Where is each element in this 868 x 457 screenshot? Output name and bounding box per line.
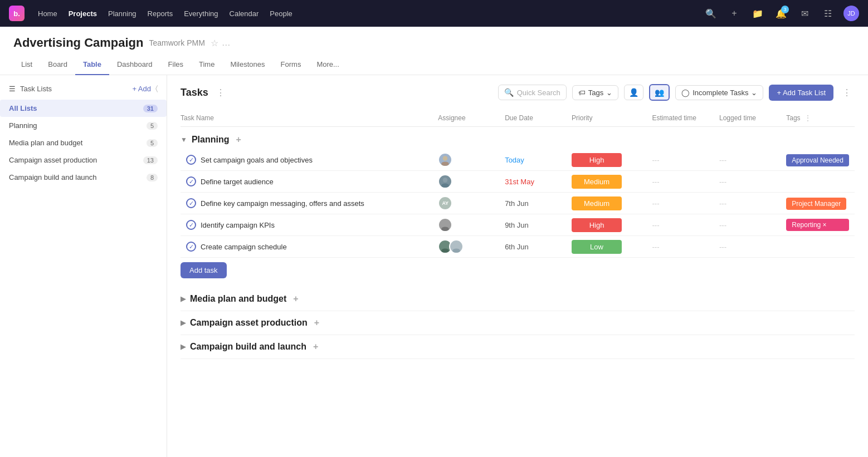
- sidebar-item-media[interactable]: Media plan and budget 5: [0, 134, 167, 151]
- tab-forms[interactable]: Forms: [273, 55, 309, 75]
- tab-milestones[interactable]: Milestones: [222, 55, 272, 75]
- tab-list[interactable]: List: [13, 55, 40, 75]
- task-checkbox[interactable]: ✓: [186, 198, 196, 208]
- sidebar-item-campaign[interactable]: Campaign asset production 13: [0, 151, 167, 169]
- sidebar-title: Task Lists: [20, 85, 52, 93]
- section-name: Campaign asset production: [190, 318, 308, 328]
- task-assignee-cell: [432, 236, 499, 258]
- tag-badge[interactable]: Reporting ×: [786, 219, 849, 231]
- person-icon: 👤: [629, 88, 638, 97]
- tasks-menu-icon[interactable]: ⋮: [216, 87, 225, 98]
- estimated-time: ---: [652, 221, 659, 229]
- svg-point-2: [443, 178, 447, 182]
- app-logo[interactable]: b.: [9, 6, 25, 21]
- tag-badge[interactable]: Project Manager: [786, 198, 846, 210]
- section-add-icon[interactable]: +: [314, 318, 319, 328]
- tab-table[interactable]: Table: [75, 55, 109, 75]
- task-priority-cell: Low: [566, 236, 646, 258]
- task-tags-cell: Reporting ×: [781, 214, 855, 236]
- section-add-icon[interactable]: +: [293, 294, 298, 304]
- sidebar-add-button[interactable]: + Add: [132, 85, 151, 93]
- nav-calendar[interactable]: Calendar: [230, 7, 259, 20]
- tab-board[interactable]: Board: [40, 55, 75, 75]
- bell-icon[interactable]: ✉: [797, 6, 812, 21]
- task-name-cell: ✓ Define key campaign messaging, offers …: [181, 193, 432, 214]
- sidebar-item-count: 31: [143, 105, 158, 112]
- add-task-button[interactable]: Add task: [181, 262, 227, 278]
- tag-badge[interactable]: Approval Needed: [786, 154, 849, 166]
- col-estimated-time: Estimated time: [646, 110, 714, 127]
- task-name: Define target audience: [201, 178, 274, 186]
- task-tags-cell: [781, 171, 855, 193]
- due-date: 6th Jun: [505, 243, 529, 251]
- toolbar-more-button[interactable]: ⋮: [839, 85, 855, 100]
- section-campaign-asset-title[interactable]: ▶ Campaign asset production +: [181, 318, 855, 328]
- section-planning-title: ▼ Planning +: [181, 135, 855, 145]
- search-icon[interactable]: 🔍: [703, 6, 719, 21]
- sidebar-item-all-lists[interactable]: All Lists 31: [0, 100, 167, 117]
- sidebar-item-build[interactable]: Campaign build and launch 8: [0, 169, 167, 186]
- tab-more[interactable]: More...: [309, 55, 347, 75]
- task-priority-cell: High: [566, 149, 646, 171]
- task-checkbox[interactable]: ✓: [186, 220, 196, 230]
- files-icon[interactable]: 📁: [750, 6, 765, 21]
- nav-home[interactable]: Home: [38, 7, 57, 20]
- section-build-row: ▶ Campaign build and launch +: [181, 335, 855, 359]
- section-name: Planning: [192, 135, 230, 145]
- assignee-filter-button[interactable]: 👤: [624, 85, 643, 100]
- task-name-cell: ✓ Set campaign goals and objectives: [181, 149, 432, 171]
- apps-icon[interactable]: ☷: [820, 6, 836, 21]
- task-checkbox[interactable]: ✓: [186, 155, 196, 165]
- avatar: AY: [438, 196, 452, 210]
- section-build-title[interactable]: ▶ Campaign build and launch +: [181, 342, 855, 352]
- main-layout: ☰ Task Lists + Add 〈 All Lists 31 Planni…: [0, 75, 868, 457]
- task-name: Define key campaign messaging, offers an…: [201, 199, 364, 208]
- task-checkbox[interactable]: ✓: [186, 176, 196, 186]
- nav-planning[interactable]: Planning: [108, 7, 136, 20]
- section-media-title[interactable]: ▶ Media plan and budget +: [181, 294, 855, 304]
- svg-point-0: [443, 156, 447, 160]
- task-assignee-cell: AY: [432, 193, 499, 214]
- priority-badge: High: [572, 218, 622, 232]
- tags-filter-button[interactable]: 🏷 Tags ⌄: [572, 85, 618, 100]
- notifications-icon[interactable]: 🔔 3: [773, 6, 789, 21]
- tag-icon: 🏷: [578, 89, 586, 97]
- svg-point-3: [441, 183, 449, 188]
- sidebar-item-planning[interactable]: Planning 5: [0, 117, 167, 134]
- tab-time[interactable]: Time: [191, 55, 222, 75]
- section-add-icon[interactable]: +: [236, 135, 241, 145]
- estimated-time: ---: [652, 243, 659, 251]
- quick-search-box[interactable]: 🔍 Quick Search: [498, 85, 567, 100]
- more-icon[interactable]: …: [222, 38, 231, 48]
- chevron-down-icon: ⌄: [606, 89, 612, 97]
- task-name-cell: ✓ Define target audience: [181, 171, 432, 193]
- nav-everything[interactable]: Everything: [184, 7, 218, 20]
- star-icon[interactable]: ☆: [211, 38, 218, 48]
- col-info-icon[interactable]: ⋮: [804, 114, 811, 122]
- sidebar-item-label: Planning: [9, 121, 37, 130]
- tab-dashboard[interactable]: Dashboard: [109, 55, 160, 75]
- nav-people[interactable]: People: [270, 7, 292, 20]
- user-avatar[interactable]: JD: [843, 6, 859, 21]
- add-icon[interactable]: +: [726, 6, 742, 21]
- add-task-list-button[interactable]: + Add Task List: [769, 85, 833, 101]
- task-name-cell: ✓ Identify campaign KPIs: [181, 214, 432, 236]
- task-due-cell: 6th Jun: [499, 236, 566, 258]
- priority-badge: Low: [572, 240, 622, 254]
- section-expand-icon[interactable]: ▼: [181, 136, 187, 144]
- nav-projects[interactable]: Projects: [69, 7, 97, 20]
- table-row: ✓ Identify campaign KPIs 9th Jun High --…: [181, 214, 855, 236]
- col-logged-time: Logged time: [714, 110, 781, 127]
- nav-reports[interactable]: Reports: [148, 7, 173, 20]
- estimated-time: ---: [652, 156, 659, 164]
- section-add-icon[interactable]: +: [313, 342, 318, 352]
- sidebar-collapse-button[interactable]: 〈: [155, 84, 158, 93]
- svg-point-7: [441, 248, 449, 253]
- sidebar-item-label: Campaign asset production: [9, 156, 97, 164]
- tasks-title: Tasks: [181, 87, 208, 99]
- task-checkbox[interactable]: ✓: [186, 242, 196, 252]
- due-date: 7th Jun: [505, 199, 529, 208]
- incomplete-tasks-button[interactable]: ◯ Incomplete Tasks ⌄: [675, 85, 763, 100]
- tab-files[interactable]: Files: [160, 55, 191, 75]
- group-view-button[interactable]: 👥: [649, 84, 670, 101]
